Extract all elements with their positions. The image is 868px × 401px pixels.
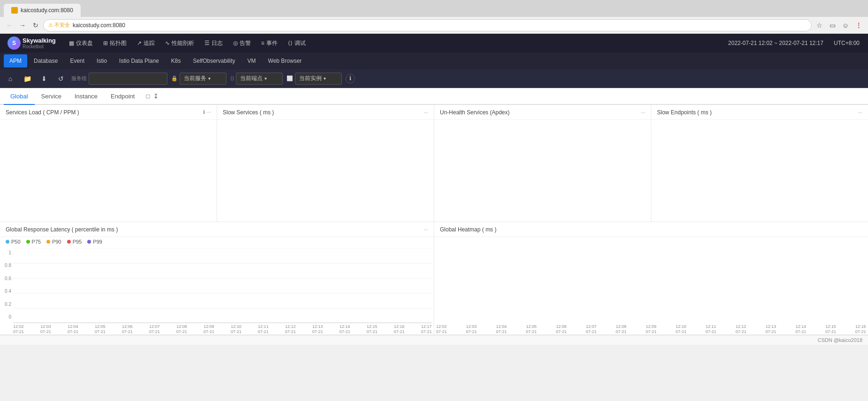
toolbar-instance-dropdown[interactable]: 当前实例 ▾	[295, 73, 342, 85]
nav-debug-label: 调试	[294, 39, 306, 47]
nav-dashboard[interactable]: ▦ 仪表盘	[64, 34, 98, 52]
heatmap-area: 12:0207-21 12:0307-21 12:0407-21 12:0507…	[434, 237, 868, 334]
chart-global-heatmap: Global Heatmap ( ms ) 12:0207-21 12:0307…	[434, 222, 868, 334]
toolbar-refresh-button[interactable]: ↺	[54, 72, 68, 85]
panel-services-load-info-icon[interactable]: ℹ	[203, 109, 205, 115]
view-tab-global[interactable]: Global	[4, 88, 35, 105]
refresh-button[interactable]: ↻	[30, 20, 41, 31]
topology-icon: ⊞	[103, 40, 108, 46]
toolbar-service-select: 🔒 当前服务 ▾	[171, 73, 226, 85]
toolbar-folder-button[interactable]: 📁	[21, 72, 34, 85]
panel-slow-services-more-icon[interactable]: ···	[424, 110, 428, 115]
bookmark-button[interactable]: ☆	[814, 20, 825, 31]
panel-un-health-services: Un-Health Services (Apdex) ···	[434, 105, 651, 222]
logo-text-group: Skywalking Rocketbot	[23, 37, 56, 49]
chart-area: 1 0.8 0.6 0.4 0.2 0	[0, 248, 434, 334]
nav-datetime: 2022-07-21 12:02 ~ 2022-07-21 12:17	[724, 40, 828, 46]
back-button[interactable]: ←	[4, 20, 15, 31]
legend-p90-dot	[46, 240, 50, 244]
toolbar-endpoint-select: ⟨⟩ 当前端点 ▾	[230, 73, 283, 85]
service-tab-self-observability[interactable]: SelfObservability	[188, 54, 241, 67]
heatmap-x-label-1: 12:0307-21	[466, 324, 477, 334]
panel-un-health-services-actions: ···	[641, 110, 645, 115]
log-icon: ☰	[204, 40, 210, 46]
window-button[interactable]: ▭	[827, 20, 838, 31]
nav-trace[interactable]: ↗ 追踪	[132, 34, 159, 52]
panel-slow-endpoints-title: Slow Endpoints ( ms )	[657, 109, 712, 116]
toolbar-info-button[interactable]: ℹ	[346, 74, 355, 83]
service-tab-k8s[interactable]: K8s	[166, 54, 187, 67]
panel-services-load-header: Services Load ( CPM / PPM ) ℹ ···	[0, 105, 217, 120]
toolbar-download-button[interactable]: ⬇	[38, 72, 51, 85]
toolbar-home-button[interactable]: ⌂	[4, 72, 17, 85]
nav-alert-label: 告警	[240, 39, 251, 47]
panel-slow-services-body	[217, 120, 434, 222]
latency-chart-svg	[13, 248, 432, 323]
nav-log-label: 日志	[211, 39, 223, 47]
toolbar-group-input[interactable]	[89, 73, 167, 85]
service-tab-database[interactable]: Database	[28, 54, 63, 67]
service-tab-istio[interactable]: Istio	[91, 54, 113, 67]
menu-button[interactable]: ⋮	[853, 20, 864, 31]
nav-alert[interactable]: ◎ 告警	[228, 34, 256, 52]
legend-p50: P50	[6, 239, 21, 245]
x-axis-labels: 12:0207-21 12:0307-21 12:0407-21 12:0507…	[13, 323, 432, 334]
panel-services-load-more-icon[interactable]: ···	[207, 109, 211, 115]
service-tab-web-browser[interactable]: Web Browser	[263, 54, 308, 67]
brand-name: Skywalking	[23, 37, 56, 44]
service-tab-istio-data-plane[interactable]: Istio Data Plane	[113, 54, 165, 67]
heatmap-x-label-6: 12:0807-21	[616, 324, 626, 334]
service-tab-self-observability-label: SelfObservability	[193, 58, 235, 64]
heatmap-x-label-4: 12:0607-21	[556, 324, 566, 334]
dashboard-icon: ▦	[69, 40, 74, 46]
toolbar-endpoint-dropdown[interactable]: 当前端点 ▾	[236, 73, 283, 85]
service-tab-vm[interactable]: VM	[242, 54, 262, 67]
legend-p50-label: P50	[11, 239, 21, 245]
browser-tab[interactable]: kaicostudy.com:8080	[4, 4, 81, 17]
profile-button[interactable]: ☺	[840, 20, 851, 31]
legend-p90: P90	[46, 239, 61, 245]
panel-un-health-services-more-icon[interactable]: ···	[641, 110, 645, 115]
download-panel-icon[interactable]: ↧	[152, 92, 159, 101]
toolbar-group-select: 服务组	[71, 73, 167, 85]
legend-p90-label: P90	[52, 239, 61, 245]
service-tab-vm-label: VM	[248, 58, 256, 64]
logo-icon: S	[8, 37, 21, 50]
x-label-3: 12:0507-21	[95, 324, 106, 334]
toolbar-service-dropdown[interactable]: 当前服务 ▾	[180, 73, 226, 85]
nav-topology[interactable]: ⊞ 拓扑图	[98, 34, 131, 52]
service-tab-event[interactable]: Event	[64, 54, 90, 67]
service-tabs: APM Database Event Istio Istio Data Plan…	[0, 52, 868, 69]
brand-subtitle: Rocketbot	[23, 44, 56, 49]
nav-performance[interactable]: ∿ 性能剖析	[160, 34, 199, 52]
view-tab-service[interactable]: Service	[35, 88, 68, 105]
y-label-02: 0.2	[4, 302, 11, 307]
chart-global-response-latency: Global Response Latency ( percentile in …	[0, 222, 434, 334]
view-tab-instance[interactable]: Instance	[68, 88, 104, 105]
alert-icon: ◎	[233, 40, 238, 46]
legend-p99: P99	[87, 239, 102, 245]
tab-favicon	[11, 7, 18, 14]
nav-event[interactable]: ≡ 事件	[257, 34, 282, 52]
nav-log[interactable]: ☰ 日志	[200, 34, 227, 52]
footer-credit: CSDN @kaico2018	[817, 337, 862, 343]
trace-icon: ↗	[137, 40, 142, 46]
chart-global-response-latency-more-icon[interactable]: ···	[424, 227, 428, 232]
panel-slow-endpoints-more-icon[interactable]: ···	[858, 110, 862, 115]
service-tab-apm[interactable]: APM	[4, 54, 27, 67]
heatmap-canvas	[436, 241, 866, 323]
nav-debug[interactable]: ⟨⟩ 调试	[283, 34, 310, 52]
toolbar-instance-label: 当前实例	[299, 74, 322, 82]
chart-plot-area: 12:0207-21 12:0307-21 12:0407-21 12:0507…	[13, 248, 432, 334]
x-label-10: 12:1207-21	[285, 324, 296, 334]
panel-slow-services-title: Slow Services ( ms )	[223, 109, 274, 116]
view-tab-endpoint[interactable]: Endpoint	[104, 88, 141, 105]
forward-button[interactable]: →	[17, 20, 28, 31]
view-tab-actions: □ ↧	[145, 92, 159, 101]
view-tab-global-label: Global	[10, 93, 28, 100]
add-panel-icon[interactable]: □	[145, 92, 151, 101]
legend-p50-dot	[6, 240, 9, 244]
x-label-1: 12:0307-21	[40, 324, 51, 334]
panel-slow-endpoints: Slow Endpoints ( ms ) ···	[651, 105, 868, 222]
address-bar[interactable]: ⚠ 不安全 kaicostudy.com:8080	[43, 19, 812, 31]
